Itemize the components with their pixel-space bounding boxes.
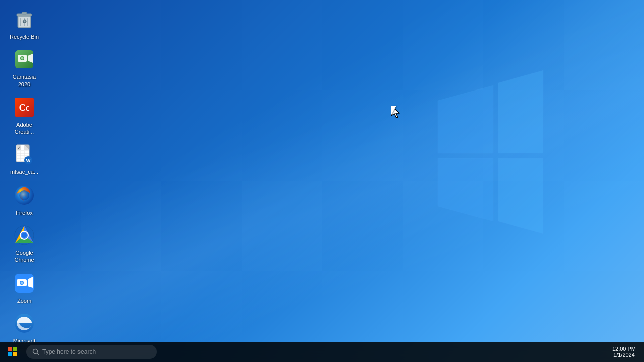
adobe-creative-cloud-icon[interactable]: Cc Adobe Creati... (4, 92, 44, 139)
desktop-icons-area: ♻ Recycle Bin (4, 4, 44, 355)
camtasia-label: Camtasia 2020 (6, 73, 42, 88)
taskbar: Type here to search 12:00 PM 1/1/2024 (0, 342, 644, 362)
mtsac-label: mtsac_ca... (10, 168, 38, 175)
google-chrome-icon[interactable]: Google Chrome (4, 220, 44, 267)
camtasia-image (12, 47, 36, 71)
recycle-bin-image: ♻ (12, 7, 36, 31)
firefox-label: Firefox (16, 209, 33, 216)
svg-text:✓: ✓ (17, 146, 21, 150)
svg-rect-50 (8, 352, 12, 356)
svg-marker-47 (391, 106, 399, 118)
search-placeholder: Type here to search (42, 348, 96, 355)
svg-marker-1 (498, 70, 543, 153)
svg-line-53 (37, 353, 39, 355)
taskbar-search[interactable]: Type here to search (26, 345, 157, 359)
zoom-icon[interactable]: Zoom (4, 268, 44, 307)
svg-point-17 (21, 57, 24, 60)
recycle-bin-icon[interactable]: ♻ Recycle Bin (4, 4, 44, 43)
start-button[interactable] (0, 342, 24, 362)
desktop: ♻ Recycle Bin (0, 0, 644, 362)
mtsac-file-icon[interactable]: ✓ W mtsac_ca... (4, 139, 44, 178)
svg-text:Cc: Cc (19, 103, 30, 113)
svg-point-45 (21, 281, 23, 284)
windows-logo (428, 60, 553, 246)
zoom-image (12, 271, 36, 295)
clock-time: 12:00 PM (612, 346, 636, 352)
mouse-cursor (391, 106, 397, 116)
svg-text:W: W (26, 158, 31, 163)
svg-rect-7 (22, 12, 27, 14)
adobe-label: Adobe Creati... (6, 121, 42, 136)
clock-date: 1/1/2024 (612, 352, 636, 358)
svg-point-39 (22, 233, 27, 238)
taskbar-right-area: 12:00 PM 1/1/2024 (608, 346, 644, 358)
edge-image (12, 311, 36, 335)
svg-point-52 (33, 349, 38, 354)
svg-point-35 (19, 190, 29, 200)
google-chrome-label: Google Chrome (6, 249, 42, 264)
svg-marker-2 (438, 158, 493, 221)
adobe-image: Cc (12, 95, 36, 119)
recycle-bin-label: Recycle Bin (10, 33, 39, 40)
svg-marker-3 (498, 158, 543, 234)
firefox-icon[interactable]: Firefox (4, 180, 44, 219)
taskbar-time[interactable]: 12:00 PM 1/1/2024 (608, 346, 640, 358)
chrome-image (12, 223, 36, 247)
svg-marker-0 (438, 85, 493, 153)
zoom-label: Zoom (17, 297, 31, 304)
mtsac-image: ✓ W (12, 142, 36, 166)
svg-text:♻: ♻ (22, 19, 27, 24)
svg-rect-48 (8, 347, 12, 351)
firefox-image (12, 183, 36, 207)
svg-rect-51 (13, 352, 17, 356)
svg-rect-49 (13, 347, 17, 351)
camtasia-icon[interactable]: Camtasia 2020 (4, 44, 44, 91)
